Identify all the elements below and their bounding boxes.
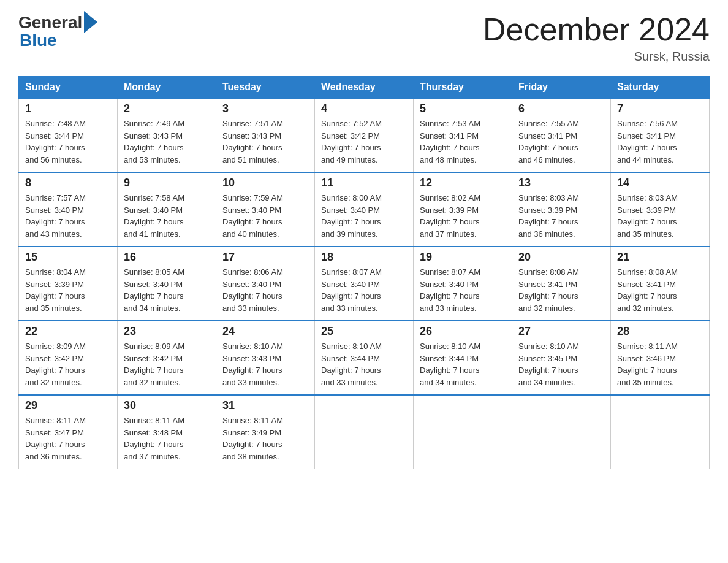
day-number: 27 — [518, 325, 604, 338]
day-info: Sunrise: 8:07 AM Sunset: 3:40 PM Dayligh… — [420, 266, 506, 314]
day-info: Sunrise: 8:03 AM Sunset: 3:39 PM Dayligh… — [518, 192, 604, 240]
day-info: Sunrise: 8:11 AM Sunset: 3:47 PM Dayligh… — [25, 415, 111, 462]
day-number: 30 — [124, 399, 210, 412]
calendar-week-row: 29Sunrise: 8:11 AM Sunset: 3:47 PM Dayli… — [19, 395, 710, 469]
day-info: Sunrise: 7:52 AM Sunset: 3:42 PM Dayligh… — [321, 118, 407, 166]
day-number: 26 — [420, 325, 506, 338]
calendar-cell: 23Sunrise: 8:09 AM Sunset: 3:42 PM Dayli… — [118, 321, 216, 395]
calendar-cell: 31Sunrise: 8:11 AM Sunset: 3:49 PM Dayli… — [216, 395, 315, 469]
day-number: 2 — [124, 102, 210, 115]
day-info: Sunrise: 7:57 AM Sunset: 3:40 PM Dayligh… — [25, 192, 111, 240]
day-number: 24 — [222, 325, 308, 338]
calendar-cell: 20Sunrise: 8:08 AM Sunset: 3:41 PM Dayli… — [512, 247, 611, 321]
calendar-cell — [315, 395, 414, 469]
header-sunday: Sunday — [19, 77, 118, 99]
day-number: 4 — [321, 102, 407, 115]
day-info: Sunrise: 8:09 AM Sunset: 3:42 PM Dayligh… — [124, 340, 210, 388]
day-info: Sunrise: 8:11 AM Sunset: 3:46 PM Dayligh… — [617, 340, 703, 388]
calendar-cell: 12Sunrise: 8:02 AM Sunset: 3:39 PM Dayli… — [414, 172, 512, 247]
header-wednesday: Wednesday — [315, 77, 414, 99]
calendar-cell: 19Sunrise: 8:07 AM Sunset: 3:40 PM Dayli… — [414, 247, 512, 321]
day-info: Sunrise: 8:08 AM Sunset: 3:41 PM Dayligh… — [518, 266, 604, 314]
calendar-cell: 7Sunrise: 7:56 AM Sunset: 3:41 PM Daylig… — [611, 98, 710, 172]
day-number: 9 — [124, 177, 210, 190]
day-info: Sunrise: 7:53 AM Sunset: 3:41 PM Dayligh… — [420, 118, 506, 166]
day-number: 8 — [25, 177, 111, 190]
day-info: Sunrise: 7:59 AM Sunset: 3:40 PM Dayligh… — [222, 192, 308, 240]
header-monday: Monday — [118, 77, 216, 99]
logo: General Blue — [18, 12, 97, 50]
day-info: Sunrise: 8:10 AM Sunset: 3:45 PM Dayligh… — [518, 340, 604, 388]
day-number: 19 — [420, 251, 506, 264]
day-number: 16 — [124, 251, 210, 264]
calendar-cell: 30Sunrise: 8:11 AM Sunset: 3:48 PM Dayli… — [118, 395, 216, 469]
day-number: 1 — [25, 102, 111, 115]
day-info: Sunrise: 8:02 AM Sunset: 3:39 PM Dayligh… — [420, 192, 506, 240]
logo-arrow-icon — [84, 11, 97, 33]
calendar-cell: 4Sunrise: 7:52 AM Sunset: 3:42 PM Daylig… — [315, 98, 414, 172]
calendar-cell: 17Sunrise: 8:06 AM Sunset: 3:40 PM Dayli… — [216, 247, 315, 321]
day-info: Sunrise: 8:04 AM Sunset: 3:39 PM Dayligh… — [25, 266, 111, 314]
calendar-cell: 21Sunrise: 8:08 AM Sunset: 3:41 PM Dayli… — [611, 247, 710, 321]
day-info: Sunrise: 8:00 AM Sunset: 3:40 PM Dayligh… — [321, 192, 407, 240]
calendar-week-row: 15Sunrise: 8:04 AM Sunset: 3:39 PM Dayli… — [19, 247, 710, 321]
day-number: 28 — [617, 325, 703, 338]
calendar-table: SundayMondayTuesdayWednesdayThursdayFrid… — [18, 76, 710, 469]
day-number: 25 — [321, 325, 407, 338]
day-info: Sunrise: 8:11 AM Sunset: 3:48 PM Dayligh… — [124, 415, 210, 462]
day-number: 3 — [222, 102, 308, 115]
header-thursday: Thursday — [414, 77, 512, 99]
day-info: Sunrise: 8:05 AM Sunset: 3:40 PM Dayligh… — [124, 266, 210, 314]
calendar-cell: 22Sunrise: 8:09 AM Sunset: 3:42 PM Dayli… — [19, 321, 118, 395]
calendar-cell: 6Sunrise: 7:55 AM Sunset: 3:41 PM Daylig… — [512, 98, 611, 172]
logo-blue-text: Blue — [20, 31, 57, 50]
day-number: 15 — [25, 251, 111, 264]
calendar-header: SundayMondayTuesdayWednesdayThursdayFrid… — [19, 77, 710, 99]
calendar-cell: 14Sunrise: 8:03 AM Sunset: 3:39 PM Dayli… — [611, 172, 710, 247]
calendar-cell — [611, 395, 710, 469]
calendar-cell: 15Sunrise: 8:04 AM Sunset: 3:39 PM Dayli… — [19, 247, 118, 321]
calendar-cell: 9Sunrise: 7:58 AM Sunset: 3:40 PM Daylig… — [118, 172, 216, 247]
day-info: Sunrise: 8:09 AM Sunset: 3:42 PM Dayligh… — [25, 340, 111, 388]
day-info: Sunrise: 8:06 AM Sunset: 3:40 PM Dayligh… — [222, 266, 308, 314]
calendar-body: 1Sunrise: 7:48 AM Sunset: 3:44 PM Daylig… — [19, 98, 710, 469]
days-of-week-row: SundayMondayTuesdayWednesdayThursdayFrid… — [19, 77, 710, 99]
calendar-cell: 27Sunrise: 8:10 AM Sunset: 3:45 PM Dayli… — [512, 321, 611, 395]
day-number: 10 — [222, 177, 308, 190]
day-number: 5 — [420, 102, 506, 115]
main-title: December 2024 — [483, 12, 710, 47]
page-header: General Blue December 2024 Sursk, Russia — [18, 12, 710, 64]
header-saturday: Saturday — [611, 77, 710, 99]
day-info: Sunrise: 8:10 AM Sunset: 3:44 PM Dayligh… — [321, 340, 407, 388]
header-friday: Friday — [512, 77, 611, 99]
day-number: 11 — [321, 177, 407, 190]
calendar-cell — [414, 395, 512, 469]
day-info: Sunrise: 7:55 AM Sunset: 3:41 PM Dayligh… — [518, 118, 604, 166]
day-number: 20 — [518, 251, 604, 264]
day-info: Sunrise: 8:11 AM Sunset: 3:49 PM Dayligh… — [222, 415, 308, 462]
calendar-cell: 3Sunrise: 7:51 AM Sunset: 3:43 PM Daylig… — [216, 98, 315, 172]
day-number: 17 — [222, 251, 308, 264]
calendar-week-row: 22Sunrise: 8:09 AM Sunset: 3:42 PM Dayli… — [19, 321, 710, 395]
day-number: 31 — [222, 399, 308, 412]
calendar-cell: 26Sunrise: 8:10 AM Sunset: 3:44 PM Dayli… — [414, 321, 512, 395]
day-number: 18 — [321, 251, 407, 264]
subtitle: Sursk, Russia — [483, 50, 710, 64]
calendar-cell: 16Sunrise: 8:05 AM Sunset: 3:40 PM Dayli… — [118, 247, 216, 321]
day-info: Sunrise: 8:10 AM Sunset: 3:44 PM Dayligh… — [420, 340, 506, 388]
calendar-cell: 5Sunrise: 7:53 AM Sunset: 3:41 PM Daylig… — [414, 98, 512, 172]
calendar-cell: 11Sunrise: 8:00 AM Sunset: 3:40 PM Dayli… — [315, 172, 414, 247]
day-number: 6 — [518, 102, 604, 115]
day-info: Sunrise: 8:07 AM Sunset: 3:40 PM Dayligh… — [321, 266, 407, 314]
day-info: Sunrise: 7:56 AM Sunset: 3:41 PM Dayligh… — [617, 118, 703, 166]
day-number: 29 — [25, 399, 111, 412]
day-number: 21 — [617, 251, 703, 264]
day-number: 12 — [420, 177, 506, 190]
day-number: 23 — [124, 325, 210, 338]
calendar-cell — [512, 395, 611, 469]
day-info: Sunrise: 7:48 AM Sunset: 3:44 PM Dayligh… — [25, 118, 111, 166]
calendar-cell: 29Sunrise: 8:11 AM Sunset: 3:47 PM Dayli… — [19, 395, 118, 469]
day-number: 14 — [617, 177, 703, 190]
day-info: Sunrise: 8:03 AM Sunset: 3:39 PM Dayligh… — [617, 192, 703, 240]
calendar-week-row: 1Sunrise: 7:48 AM Sunset: 3:44 PM Daylig… — [19, 98, 710, 172]
